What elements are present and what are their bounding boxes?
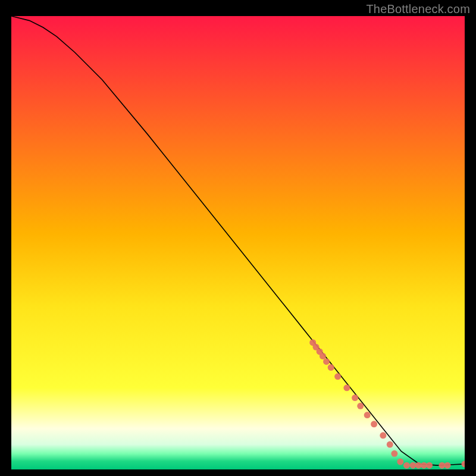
data-point bbox=[391, 450, 397, 457]
data-point bbox=[444, 462, 451, 469]
data-point bbox=[320, 353, 326, 359]
data-point bbox=[323, 358, 330, 365]
chart-container: TheBottleneck.com bbox=[0, 0, 476, 476]
data-point bbox=[387, 441, 393, 448]
data-point bbox=[403, 462, 410, 469]
attribution-text: TheBottleneck.com bbox=[366, 2, 470, 16]
gradient-background bbox=[11, 16, 465, 469]
data-point bbox=[371, 421, 377, 427]
data-point bbox=[426, 462, 433, 469]
data-point bbox=[397, 459, 403, 465]
data-point bbox=[328, 364, 334, 371]
data-point bbox=[343, 384, 350, 391]
bottleneck-plot bbox=[11, 16, 465, 469]
data-point bbox=[380, 432, 386, 439]
data-point bbox=[352, 394, 358, 401]
data-point bbox=[357, 403, 364, 409]
data-point bbox=[364, 412, 371, 418]
data-point bbox=[334, 373, 341, 380]
